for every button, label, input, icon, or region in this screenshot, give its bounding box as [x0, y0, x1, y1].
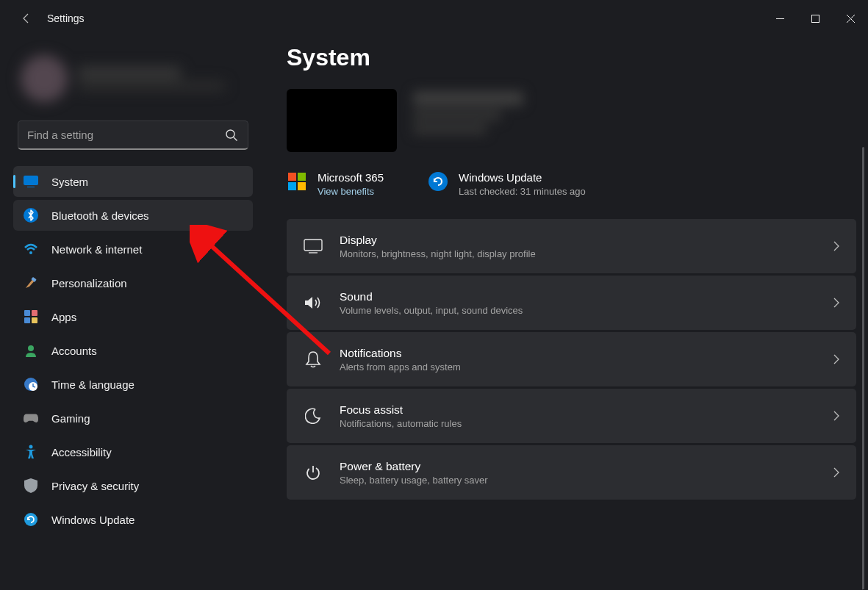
promo-subtitle[interactable]: View benefits — [318, 186, 384, 197]
settings-cards: Display Monitors, brightness, night ligh… — [287, 219, 856, 500]
moon-icon — [303, 406, 323, 426]
sidebar-item-network[interactable]: Network & internet — [13, 234, 253, 265]
svg-rect-22 — [288, 182, 296, 190]
device-thumbnail — [287, 89, 397, 152]
svg-rect-23 — [298, 182, 306, 190]
card-title: Power & battery — [340, 460, 833, 473]
nav-list: System Bluetooth & devices Network & int… — [13, 166, 253, 535]
sidebar: System Bluetooth & devices Network & int… — [0, 37, 263, 590]
svg-point-9 — [29, 251, 32, 254]
chevron-right-icon — [833, 297, 840, 309]
sidebar-item-time-language[interactable]: Time & language — [13, 369, 253, 400]
svg-rect-7 — [27, 187, 35, 187]
sidebar-item-privacy[interactable]: Privacy & security — [13, 470, 253, 501]
card-subtitle: Alerts from apps and system — [340, 361, 833, 373]
avatar — [21, 55, 68, 102]
sidebar-item-label: System — [51, 176, 88, 188]
card-sound[interactable]: Sound Volume levels, output, input, soun… — [287, 276, 856, 330]
device-info — [413, 91, 545, 150]
scrollbar[interactable] — [862, 147, 864, 590]
card-notifications[interactable]: Notifications Alerts from apps and syste… — [287, 332, 856, 386]
page-title: System — [287, 44, 856, 71]
sidebar-item-gaming[interactable]: Gaming — [13, 403, 253, 433]
sidebar-item-label: Apps — [51, 311, 76, 323]
promo-subtitle: Last checked: 31 minutes ago — [459, 186, 586, 197]
bell-icon — [303, 349, 323, 370]
windows-update-icon — [428, 171, 448, 192]
card-display[interactable]: Display Monitors, brightness, night ligh… — [287, 219, 856, 273]
sidebar-item-label: Personalization — [51, 277, 127, 289]
card-title: Sound — [340, 290, 833, 303]
search-icon — [224, 128, 239, 143]
card-focus-assist[interactable]: Focus assist Notifications, automatic ru… — [287, 389, 856, 443]
shield-icon — [24, 478, 38, 493]
sidebar-item-label: Accounts — [51, 345, 97, 357]
svg-rect-6 — [24, 176, 38, 185]
sidebar-item-windows-update[interactable]: Windows Update — [13, 504, 253, 535]
card-subtitle: Notifications, automatic rules — [340, 418, 833, 429]
app-title: Settings — [47, 12, 85, 24]
svg-rect-20 — [288, 173, 296, 181]
search-box[interactable] — [18, 120, 248, 150]
svg-rect-1 — [811, 15, 819, 22]
accounts-icon — [24, 343, 38, 358]
titlebar: Settings — [0, 0, 868, 37]
svg-point-19 — [24, 513, 37, 526]
card-subtitle: Monitors, brightness, night light, displ… — [340, 248, 833, 259]
promo-title: Windows Update — [459, 171, 586, 184]
back-button[interactable] — [13, 5, 40, 32]
chevron-right-icon — [833, 467, 840, 478]
promo-microsoft-365[interactable]: Microsoft 365 View benefits — [287, 171, 384, 197]
sidebar-item-label: Accessibility — [51, 446, 112, 458]
sidebar-item-label: Bluetooth & devices — [51, 209, 149, 222]
svg-rect-25 — [304, 240, 322, 251]
search-input[interactable] — [18, 121, 224, 148]
main-content: System Microsoft 365 View benefits — [263, 37, 868, 590]
sidebar-item-accounts[interactable]: Accounts — [13, 335, 253, 366]
close-button[interactable] — [833, 4, 868, 33]
m365-icon — [287, 171, 307, 192]
sidebar-item-label: Time & language — [51, 378, 134, 391]
sidebar-item-accessibility[interactable]: Accessibility — [13, 436, 253, 467]
svg-point-18 — [29, 445, 33, 449]
card-title: Display — [340, 234, 833, 247]
svg-rect-13 — [24, 317, 30, 323]
power-icon — [303, 462, 323, 483]
sidebar-item-apps[interactable]: Apps — [13, 301, 253, 332]
svg-point-4 — [226, 130, 234, 138]
globe-clock-icon — [24, 377, 38, 392]
paintbrush-icon — [24, 276, 38, 290]
promo-title: Microsoft 365 — [318, 171, 384, 184]
wifi-icon — [24, 242, 38, 256]
gaming-icon — [24, 411, 38, 425]
card-subtitle: Volume levels, output, input, sound devi… — [340, 305, 833, 316]
minimize-button[interactable] — [762, 4, 797, 33]
bluetooth-icon — [24, 208, 38, 223]
svg-rect-11 — [24, 310, 30, 316]
sidebar-item-label: Network & internet — [51, 243, 142, 256]
sidebar-item-label: Privacy & security — [51, 480, 139, 492]
card-title: Focus assist — [340, 403, 833, 417]
system-icon — [24, 174, 38, 189]
sidebar-item-system[interactable]: System — [13, 166, 253, 197]
sidebar-item-personalization[interactable]: Personalization — [13, 267, 253, 298]
update-icon — [24, 512, 38, 527]
promo-windows-update[interactable]: Windows Update Last checked: 31 minutes … — [428, 171, 586, 197]
sidebar-item-bluetooth[interactable]: Bluetooth & devices — [13, 200, 253, 231]
window-controls — [762, 4, 868, 33]
maximize-icon — [811, 15, 819, 23]
card-subtitle: Sleep, battery usage, battery saver — [340, 475, 833, 486]
minimize-icon — [776, 15, 784, 23]
svg-rect-12 — [32, 310, 37, 316]
card-power-battery[interactable]: Power & battery Sleep, battery usage, ba… — [287, 445, 856, 500]
svg-point-15 — [28, 345, 34, 351]
display-icon — [303, 236, 323, 256]
user-account-block[interactable] — [13, 47, 253, 110]
maximize-button[interactable] — [797, 4, 833, 33]
svg-line-5 — [234, 137, 237, 141]
chevron-right-icon — [833, 353, 840, 365]
accessibility-icon — [24, 445, 38, 459]
chevron-right-icon — [833, 410, 840, 422]
apps-icon — [24, 309, 38, 324]
svg-point-24 — [428, 172, 448, 191]
